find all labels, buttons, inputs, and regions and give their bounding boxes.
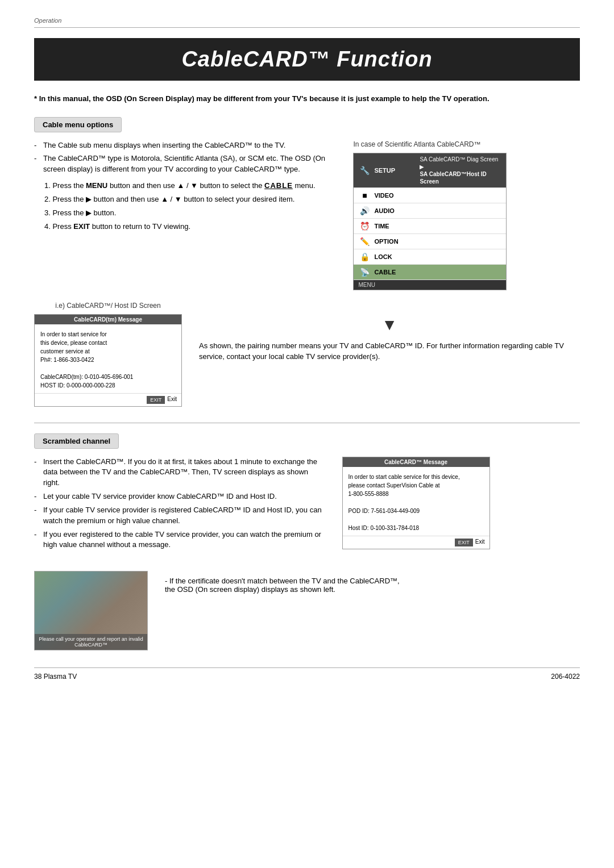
msg-line: please contact SuperVision Cable at bbox=[349, 481, 484, 490]
msg-line: 1-800-555-8888 bbox=[349, 490, 484, 498]
scrambled-bullet-3: If your cable TV service provider is reg… bbox=[34, 505, 325, 527]
msg-line: customer service at bbox=[40, 347, 176, 356]
audio-label: AUDIO bbox=[374, 207, 415, 214]
time-icon: ⏰ bbox=[358, 221, 371, 231]
scrambled-bullets: Insert the CableCARD™. If you do it at f… bbox=[34, 457, 325, 551]
bottom-text-line1: - If the certificate doesn't match betwe… bbox=[165, 577, 580, 585]
page-footer: 38 Plasma TV 206-4022 bbox=[34, 667, 580, 681]
video-label: VIDEO bbox=[374, 192, 415, 199]
msg-line: HOST ID: 0-000-000-000-228 bbox=[40, 381, 176, 390]
exit-button-1: EXIT bbox=[147, 396, 165, 404]
footer-right: 206-4022 bbox=[551, 673, 580, 681]
numbered-item: 4. Press EXIT button to return to TV vie… bbox=[34, 222, 336, 232]
scrambled-section: Scrambled channel Insert the CableCARD™.… bbox=[34, 433, 580, 651]
cablecard-msg-title-1: CableCARD(tm) Message bbox=[35, 315, 181, 324]
cable-menu-right: In case of Scientific Atlanta CableCARD™… bbox=[353, 140, 580, 290]
cable-menu-numbered: 1. Press the MENU button and then use ▲ … bbox=[34, 181, 336, 232]
msg-line: Host ID: 0-100-331-784-018 bbox=[349, 524, 484, 532]
option-label: OPTION bbox=[374, 238, 415, 245]
msg-line: this device, please contact bbox=[40, 339, 176, 347]
bullet-item: The CableCARD™ type is Motorola, Scienti… bbox=[34, 153, 336, 175]
tv-menu-footer: MENU bbox=[354, 280, 506, 290]
cablecard-msg-body-1: In order to start service for this devic… bbox=[35, 324, 181, 393]
numbered-item: 2. Press the ▶ button and then use ▲ / ▼… bbox=[34, 194, 336, 205]
setup-icon: 🔧 bbox=[358, 165, 371, 176]
tv-menu-row-video: ■ VIDEO bbox=[354, 188, 506, 203]
lock-icon: 🔒 bbox=[358, 252, 371, 262]
scrambled-bullet-2: Let your cable TV service provider know … bbox=[34, 491, 325, 502]
cablecard-msg-body-2: In order to start cable service for this… bbox=[343, 467, 489, 536]
tv-menu-row-time: ⏰ TIME bbox=[354, 219, 506, 234]
intro-text: * In this manual, the OSD (On Screen Dis… bbox=[34, 93, 580, 105]
page-title: CableCARD™ Function bbox=[34, 38, 580, 81]
cablecard-msg-box-1: CableCARD(tm) Message In order to start … bbox=[34, 314, 182, 407]
tv-screenshot-overlay: Please call your operator and report an … bbox=[35, 634, 147, 650]
exit-text-1: Exit bbox=[167, 396, 177, 404]
cable-icon: 📡 bbox=[358, 267, 371, 277]
section-label: Operation bbox=[34, 17, 580, 24]
numbered-item: 1. Press the MENU button and then use ▲ … bbox=[34, 181, 336, 191]
msg-line: CableCARD(tm): 0-010-405-696-001 bbox=[40, 373, 176, 381]
tv-screenshot-container: Please call your operator and report an … bbox=[34, 565, 148, 650]
host-id-description: As shown, the pairing number means your … bbox=[199, 340, 580, 362]
msg-line: Ph#: 1-866-303-0422 bbox=[40, 356, 176, 364]
cable-menu-content: The Cable sub menu displays when inserti… bbox=[34, 140, 580, 290]
setup-label: SETUP bbox=[374, 167, 415, 174]
scrambled-section-header: Scrambled channel bbox=[34, 433, 119, 449]
exit-button-2: EXIT bbox=[455, 539, 473, 546]
numbered-item: 3. Press the ▶ button. bbox=[34, 208, 336, 219]
tv-menu-row-setup: 🔧 SETUP SA CableCARD™ Diag Screen ▶ SA C… bbox=[354, 153, 506, 188]
tv-menu-row-audio: 🔊 AUDIO bbox=[354, 203, 506, 219]
scrambled-two-col: Insert the CableCARD™. If you do it at f… bbox=[34, 457, 580, 557]
host-id-left: i.e) CableCARD™/ Host ID Screen CableCAR… bbox=[34, 302, 182, 407]
cable-menu-bullets: The Cable sub menu displays when inserti… bbox=[34, 140, 336, 176]
scrambled-bottom: Please call your operator and report an … bbox=[34, 565, 580, 650]
bullet-item: The Cable sub menu displays when inserti… bbox=[34, 140, 336, 151]
cablecard-msg-footer-2: EXIT Exit bbox=[343, 536, 489, 549]
cable-menu-left: The Cable sub menu displays when inserti… bbox=[34, 140, 336, 290]
host-id-right: ▼ As shown, the pairing number means you… bbox=[199, 302, 580, 362]
section-divider bbox=[34, 423, 580, 423]
setup-right: SA CableCARD™ Diag Screen ▶ SA CableCARD… bbox=[415, 156, 501, 185]
cable-menu-section-header: Cable menu options bbox=[34, 117, 122, 132]
tv-menu-row-option: ✏️ OPTION bbox=[354, 234, 506, 249]
top-divider bbox=[34, 27, 580, 28]
host-id-screen-text: SA CableCARD™Host ID Screen bbox=[420, 170, 501, 185]
tv-menu-row-cable: 📡 CABLE bbox=[354, 265, 506, 280]
tv-menu-mock: 🔧 SETUP SA CableCARD™ Diag Screen ▶ SA C… bbox=[353, 153, 507, 290]
exit-text-2: Exit bbox=[475, 539, 485, 546]
lock-label: LOCK bbox=[374, 253, 415, 260]
tv-menu-row-lock: 🔒 LOCK bbox=[354, 249, 506, 265]
host-id-label: i.e) CableCARD™/ Host ID Screen bbox=[55, 302, 160, 310]
scrambled-bottom-text: - If the certificate doesn't match betwe… bbox=[165, 565, 580, 594]
time-label: TIME bbox=[374, 223, 415, 229]
scrambled-bullet-4: If you ever registered to the cable TV s… bbox=[34, 529, 325, 551]
cablecard-msg-footer-1: EXIT Exit bbox=[35, 393, 181, 406]
scrambled-right: CableCARD™ Message In order to start cab… bbox=[342, 457, 580, 557]
video-icon: ■ bbox=[358, 190, 371, 201]
scrambled-bullet-1: Insert the CableCARD™. If you do it at f… bbox=[34, 457, 325, 489]
option-icon: ✏️ bbox=[358, 236, 371, 247]
in-case-label: In case of Scientific Atlanta CableCARD™ bbox=[353, 140, 480, 148]
msg-line: POD ID: 7-561-034-449-009 bbox=[349, 507, 484, 515]
audio-icon: 🔊 bbox=[358, 206, 371, 216]
scrambled-left: Insert the CableCARD™. If you do it at f… bbox=[34, 457, 325, 557]
footer-left: 38 Plasma TV bbox=[34, 673, 77, 681]
arrow-down-icon: ▼ bbox=[199, 313, 580, 337]
cablecard-msg-title-2: CableCARD™ Message bbox=[343, 457, 489, 467]
msg-line: In order to start service for bbox=[40, 330, 176, 339]
diag-screen-text: SA CableCARD™ Diag Screen ▶ bbox=[420, 156, 501, 170]
bottom-text-line2: the OSD (On screen display) displays as … bbox=[165, 585, 580, 594]
page: Operation CableCARD™ Function * In this … bbox=[0, 0, 614, 868]
cable-label-menu: CABLE bbox=[374, 269, 415, 276]
msg-line: In order to start cable service for this… bbox=[349, 473, 484, 481]
host-id-section: i.e) CableCARD™/ Host ID Screen CableCAR… bbox=[34, 302, 580, 407]
cablecard-msg-box-2: CableCARD™ Message In order to start cab… bbox=[342, 457, 490, 549]
tv-screenshot: Please call your operator and report an … bbox=[34, 571, 148, 650]
